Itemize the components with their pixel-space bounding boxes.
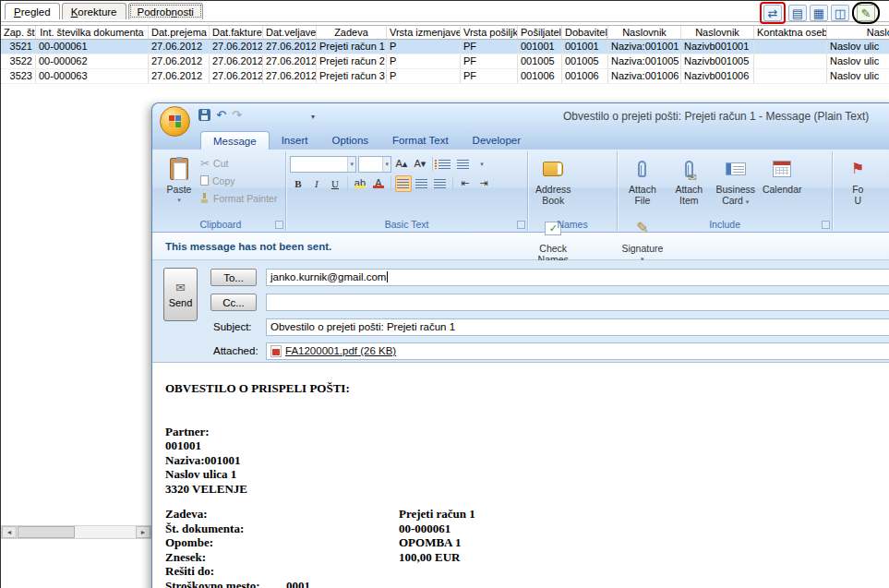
- tab-podrobnosti[interactable]: Podrobnosti: [128, 3, 203, 19]
- numbering-button[interactable]: [455, 156, 472, 173]
- attach-item-button[interactable]: ✉ Attach Item: [667, 154, 710, 213]
- font-name-combo[interactable]: ▾: [290, 156, 356, 173]
- col-header[interactable]: Kontaktna oseba: [754, 26, 827, 39]
- tab-options[interactable]: Options: [319, 131, 380, 150]
- col-header[interactable]: Vrsta izmenjave: [387, 26, 461, 39]
- separator: [390, 176, 391, 191]
- col-header[interactable]: Zap. št.: [1, 26, 36, 39]
- col-header[interactable]: Pošiljatelj: [518, 26, 562, 39]
- tab-korekture-label: Korekture: [71, 6, 117, 18]
- align-center-button[interactable]: [414, 175, 430, 192]
- decrease-indent-button[interactable]: ⇤: [457, 175, 474, 192]
- tab-korekture[interactable]: Korekture: [62, 3, 126, 19]
- app-toolbar: ⇄ ▤ ▦ ◫ ✎: [760, 2, 880, 24]
- subject-field[interactable]: Obvestilo o prejeti pošti: Prejeti račun…: [266, 318, 889, 336]
- tab-pregled-label: Pregled: [14, 6, 51, 18]
- paste-button[interactable]: Paste ▾: [160, 154, 198, 213]
- cc-field[interactable]: [266, 294, 889, 311]
- cell: 27.06.2012: [149, 40, 210, 54]
- attach-file-button[interactable]: Attach File: [621, 154, 664, 213]
- col-header[interactable]: Dobavitelj: [562, 26, 608, 39]
- scrollbar-thumb[interactable]: [18, 526, 75, 538]
- dialog-launcher-icon[interactable]: [822, 221, 830, 229]
- bullets-button[interactable]: [437, 156, 453, 173]
- align-left-button[interactable]: [395, 175, 412, 192]
- col-header[interactable]: Dat.fakture: [210, 26, 263, 39]
- align-right-button[interactable]: [432, 175, 449, 192]
- highlight-color-button[interactable]: ab: [352, 175, 368, 192]
- col-header[interactable]: Naslovnik: [681, 26, 754, 39]
- redo-icon[interactable]: ↷: [232, 109, 242, 121]
- attached-field[interactable]: FA1200001.pdf (26 KB): [266, 342, 889, 360]
- tab-insert[interactable]: Insert: [270, 131, 320, 150]
- table-row[interactable]: 3522 00-000062 27.06.2012 27.06.2012 27.…: [1, 54, 889, 69]
- cell: Prejeti račun 1: [317, 40, 387, 54]
- col-header[interactable]: Vrsta pošiljke: [461, 26, 518, 39]
- underline-button[interactable]: U: [327, 175, 343, 192]
- export-table-icon[interactable]: ▤: [788, 5, 807, 21]
- undo-icon[interactable]: ↶: [216, 109, 226, 121]
- format-painter-button[interactable]: Format Painter: [198, 189, 277, 207]
- save-icon[interactable]: [198, 109, 210, 121]
- font-size-combo[interactable]: ▾: [358, 156, 391, 173]
- chevron-down-icon: ▾: [347, 157, 355, 172]
- tab-strip-baseline: [1, 21, 889, 22]
- cell: P: [387, 54, 461, 68]
- separator: [432, 157, 433, 172]
- office-button[interactable]: [160, 106, 190, 137]
- address-book-button[interactable]: Address Book: [532, 154, 574, 213]
- partner-block: Partner: 001001 Naziva:001001 Naslov uli…: [165, 425, 889, 497]
- list-dropdown-button[interactable]: ▾: [474, 156, 490, 173]
- shrink-font-button[interactable]: A▾: [412, 156, 428, 173]
- tab-format-text[interactable]: Format Text: [380, 131, 461, 150]
- italic-button[interactable]: I: [308, 175, 325, 192]
- detail-label: Znesek:: [165, 550, 399, 565]
- grow-font-button[interactable]: A▴: [393, 156, 410, 173]
- qat-dropdown-icon[interactable]: ▾: [311, 113, 315, 121]
- cell: Nazivb001001: [681, 40, 754, 54]
- scroll-right-icon[interactable]: ►: [136, 526, 150, 538]
- send-mail-icon[interactable]: ⇄: [763, 5, 782, 21]
- edit-attachment-icon[interactable]: ✎: [857, 5, 875, 21]
- cut-icon: ✂: [200, 157, 210, 170]
- col-header[interactable]: Dat.veljave: [263, 26, 317, 39]
- dialog-launcher-icon[interactable]: [275, 221, 283, 229]
- cc-button[interactable]: Cc...: [210, 294, 257, 311]
- to-field[interactable]: janko.kurnik@gmail.com: [266, 269, 889, 286]
- col-header[interactable]: Naslovnik: [608, 26, 681, 39]
- table-row[interactable]: 3523 00-000063 27.06.2012 27.06.2012 27.…: [1, 69, 889, 84]
- cell: Naziva:001001: [608, 40, 681, 54]
- col-header[interactable]: Dat.prejema: [149, 26, 210, 39]
- follow-up-button[interactable]: ⚑ Fo U: [836, 154, 879, 213]
- cell: 3523: [1, 69, 36, 83]
- col-header[interactable]: Naslov: [827, 26, 889, 39]
- business-card-button[interactable]: Business Card ▾: [715, 154, 757, 213]
- col-header[interactable]: Int. številka dokumenta: [36, 26, 149, 39]
- message-body[interactable]: OBVESTILO O PRISPELI POŠTI: Partner: 001…: [152, 362, 889, 588]
- bold-button[interactable]: B: [290, 175, 306, 192]
- cut-button[interactable]: ✂Cut: [198, 154, 277, 172]
- tab-message[interactable]: Message: [200, 131, 270, 150]
- body-heading: OBVESTILO O PRISPELI POŠTI:: [165, 381, 889, 396]
- export-grid-icon[interactable]: ▦: [810, 5, 828, 21]
- include-group: Attach File ✉ Attach Item Business Card …: [618, 151, 833, 231]
- increase-indent-button[interactable]: ⇥: [475, 175, 492, 192]
- font-color-button[interactable]: A: [370, 175, 387, 192]
- envelope-icon: ✉: [689, 172, 697, 183]
- col-header[interactable]: Zadeva: [317, 26, 387, 39]
- dialog-launcher-icon[interactable]: [517, 221, 525, 229]
- attachment-chip[interactable]: FA1200001.pdf (26 KB): [270, 343, 396, 359]
- horizontal-scrollbar[interactable]: ◄ ►: [1, 525, 151, 539]
- cell: Naslov ulic: [827, 69, 889, 83]
- grid-header-row: Zap. št. Int. številka dokumenta Dat.pre…: [1, 25, 889, 40]
- tab-pregled[interactable]: Pregled: [5, 3, 60, 19]
- copy-button[interactable]: Copy: [198, 172, 277, 189]
- scroll-left-icon[interactable]: ◄: [2, 526, 17, 538]
- check-names-label-1: Check: [539, 243, 567, 254]
- table-row[interactable]: 3521 00-000061 27.06.2012 27.06.2012 27.…: [1, 40, 889, 54]
- body-line: Stroškovno mesto:0001: [165, 579, 889, 588]
- tab-developer[interactable]: Developer: [461, 131, 533, 150]
- calendar-button[interactable]: Calendar: [761, 154, 803, 213]
- to-button[interactable]: To...: [210, 269, 257, 286]
- export-window-icon[interactable]: ◫: [831, 5, 849, 21]
